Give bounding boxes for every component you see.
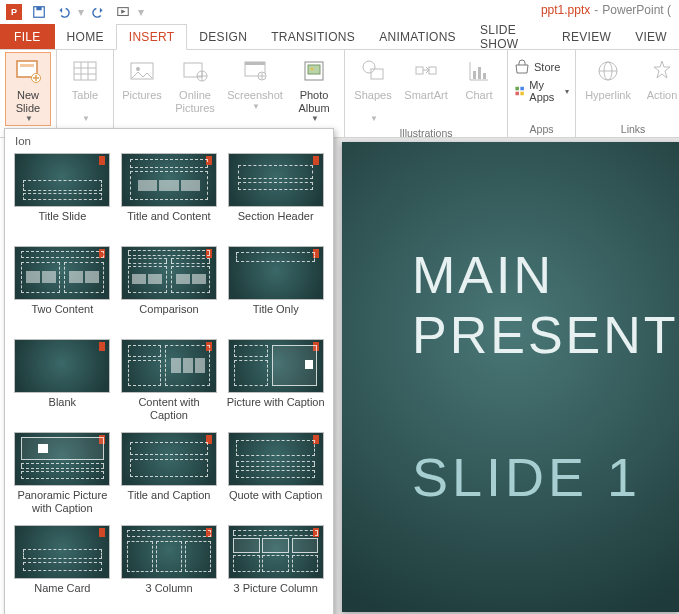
svg-point-16	[311, 68, 314, 71]
layout-section-header[interactable]: Section Header	[224, 151, 327, 238]
layout-blank[interactable]: Blank	[11, 337, 114, 424]
group-links: Hyperlink Action Links	[576, 50, 679, 137]
layout-name-card[interactable]: Name Card	[11, 523, 114, 610]
title-bar: P ▾ ▾ ppt1.pptx - PowerPoint (	[0, 0, 679, 24]
shapes-button[interactable]: Shapes▼	[351, 53, 395, 125]
tab-design[interactable]: DESIGN	[187, 24, 259, 49]
chevron-down-icon: ▼	[252, 102, 260, 111]
svg-rect-1	[36, 7, 41, 11]
screenshot-icon	[239, 55, 271, 87]
layout-3-picture-column[interactable]: 3 Picture Column	[224, 523, 327, 610]
undo-icon[interactable]	[52, 1, 74, 23]
smartart-icon	[410, 55, 442, 87]
filename: ppt1.pptx	[541, 3, 590, 17]
chart-label: Chart	[466, 89, 493, 102]
apps-icon	[514, 83, 525, 99]
screenshot-button[interactable]: Screenshot▼	[226, 53, 284, 113]
svg-rect-15	[308, 65, 320, 74]
tab-file[interactable]: FILE	[0, 24, 55, 49]
online-pictures-button[interactable]: Online Pictures	[170, 53, 220, 116]
layout-comparison[interactable]: Comparison	[118, 244, 221, 331]
layout-two-content[interactable]: Two Content	[11, 244, 114, 331]
shapes-label: Shapes	[354, 89, 391, 102]
table-button[interactable]: Table▼	[63, 53, 107, 125]
chart-button[interactable]: Chart	[457, 53, 501, 104]
start-from-beginning-icon[interactable]	[112, 1, 134, 23]
table-label: Table	[72, 89, 98, 102]
chart-icon	[463, 55, 495, 87]
layout-content-with-caption[interactable]: Content with Caption	[118, 337, 221, 424]
layout-title-only[interactable]: Title Only	[224, 244, 327, 331]
chevron-down-icon: ▾	[565, 87, 569, 96]
quick-access-toolbar: ▾ ▾	[28, 1, 146, 23]
svg-rect-27	[520, 92, 524, 96]
svg-rect-20	[429, 67, 436, 74]
new-slide-button[interactable]: New Slide▼	[6, 53, 50, 125]
layout-title-and-caption[interactable]: Title and Caption	[118, 430, 221, 517]
layout-3-column[interactable]: 3 Column	[118, 523, 221, 610]
smartart-button[interactable]: SmartArt	[401, 53, 451, 104]
group-apps: Store My Apps ▾ Apps	[508, 50, 576, 137]
layout-title-and-content[interactable]: Title and Content	[118, 151, 221, 238]
my-apps-label: My Apps	[529, 79, 559, 103]
layout-panoramic-picture[interactable]: Panoramic Picture with Caption	[11, 430, 114, 517]
shapes-icon	[357, 55, 389, 87]
tab-view[interactable]: VIEW	[623, 24, 679, 49]
tab-review[interactable]: REVIEW	[550, 24, 623, 49]
tab-animations[interactable]: ANIMATIONS	[367, 24, 468, 49]
redo-icon[interactable]	[88, 1, 110, 23]
pictures-label: Pictures	[122, 89, 162, 102]
svg-rect-24	[515, 87, 519, 91]
svg-rect-9	[184, 63, 202, 77]
qat-dropdown-icon[interactable]: ▾	[138, 5, 144, 19]
layout-label: Picture with Caption	[227, 396, 325, 422]
chevron-down-icon: ▼	[370, 114, 378, 123]
layout-label: Blank	[49, 396, 77, 422]
ribbon-tabs: FILE HOME INSERT DESIGN TRANSITIONS ANIM…	[0, 24, 679, 50]
pictures-button[interactable]: Pictures	[120, 53, 164, 104]
store-label: Store	[534, 61, 560, 73]
svg-rect-19	[416, 67, 423, 74]
layout-label: Two Content	[31, 303, 93, 329]
hyperlink-button[interactable]: Hyperlink	[582, 53, 634, 104]
action-button[interactable]: Action	[640, 53, 679, 104]
separator: ▾	[78, 5, 84, 19]
svg-rect-6	[74, 62, 96, 80]
save-icon[interactable]	[28, 1, 50, 23]
layout-label: Section Header	[238, 210, 314, 236]
photo-album-button[interactable]: Photo Album▼	[290, 53, 338, 125]
tab-insert[interactable]: INSERT	[116, 24, 188, 50]
store-button[interactable]: Store	[514, 59, 569, 75]
screenshot-label: Screenshot	[227, 89, 283, 102]
svg-rect-4	[20, 64, 34, 67]
group-images: Pictures Online Pictures Screenshot▼ Pho…	[114, 50, 345, 137]
slide-canvas: MAIN PRESENT SLIDE 1	[334, 138, 679, 614]
photo-album-label: Photo Album	[292, 89, 336, 114]
svg-rect-26	[515, 92, 519, 96]
layout-quote-with-caption[interactable]: Quote with Caption	[224, 430, 327, 517]
new-slide-label: New Slide	[8, 89, 48, 114]
action-icon	[646, 55, 678, 87]
picture-icon	[126, 55, 158, 87]
svg-rect-12	[245, 62, 265, 65]
layout-label: Title and Content	[127, 210, 210, 236]
online-pictures-label: Online Pictures	[172, 89, 218, 114]
layout-title-slide[interactable]: Title Slide	[11, 151, 114, 238]
group-label-links: Links	[582, 123, 679, 135]
ribbon: New Slide▼ Slides Table▼ Tables Pictures…	[0, 50, 679, 138]
layout-label: Title Slide	[38, 210, 86, 236]
svg-rect-21	[473, 71, 476, 79]
tab-home[interactable]: HOME	[55, 24, 116, 49]
tab-transitions[interactable]: TRANSITIONS	[259, 24, 367, 49]
slide-subtitle: SLIDE 1	[342, 446, 641, 508]
layout-picture-with-caption[interactable]: Picture with Caption	[224, 337, 327, 424]
new-slide-icon	[12, 55, 44, 87]
svg-rect-22	[478, 67, 481, 79]
my-apps-button[interactable]: My Apps ▾	[514, 79, 569, 103]
slide[interactable]: MAIN PRESENT SLIDE 1	[342, 142, 679, 612]
tab-slideshow[interactable]: SLIDE SHOW	[468, 24, 550, 49]
group-label-apps: Apps	[514, 123, 569, 135]
layout-label: 3 Picture Column	[233, 582, 317, 608]
layout-label: Comparison	[139, 303, 198, 329]
layout-grid: Title Slide Title and Content Section He…	[9, 149, 329, 612]
